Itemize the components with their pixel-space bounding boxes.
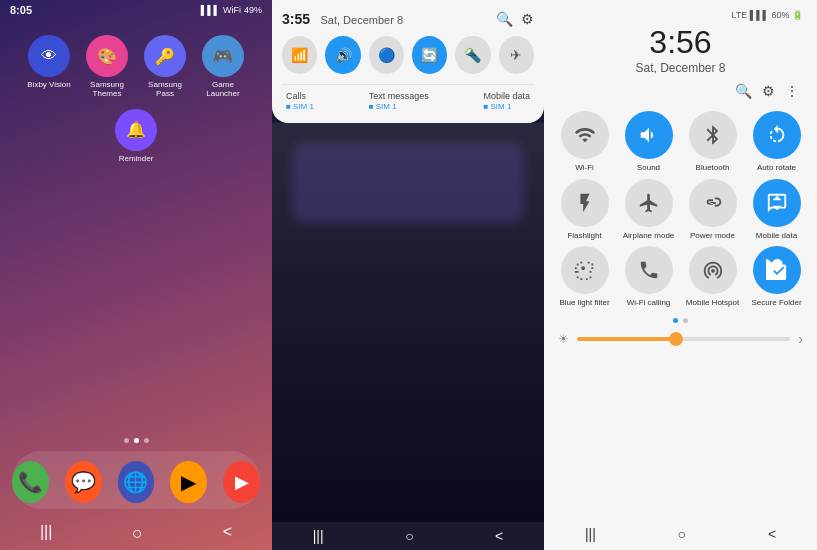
qs-tile-hotspot[interactable]: Mobile Hotspot <box>684 246 742 308</box>
nav-back-icon[interactable]: ||| <box>40 523 52 544</box>
home-time: 8:05 <box>10 4 32 16</box>
notif-nav-home[interactable]: ○ <box>405 528 413 544</box>
qs-airplane-label: Airplane mode <box>623 231 675 241</box>
qs-dot-2 <box>683 318 688 323</box>
home-screen: 8:05 ▌▌▌ WiFi 49% 👁 Bixby Vision 🎨 Samsu… <box>0 0 272 550</box>
notif-header-icons: 🔍 ⚙ <box>496 11 534 27</box>
samsung-themes-label: Samsung Themes <box>83 81 131 99</box>
qs-mobiledata-icon <box>753 179 801 227</box>
qs-tile-wificalling[interactable]: Wi-Fi calling <box>620 246 678 308</box>
notif-nav-recents[interactable]: < <box>495 528 503 544</box>
home-nav-bar: ||| ○ < <box>0 517 272 550</box>
page-dots <box>0 438 272 451</box>
dot-2 <box>134 438 139 443</box>
qs-date: Sat, December 8 <box>558 61 803 75</box>
qt-torch[interactable]: 🔦 <box>455 36 490 74</box>
qs-tile-airplane[interactable]: Airplane mode <box>620 179 678 241</box>
qt-bluetooth[interactable]: 🔵 <box>369 36 404 74</box>
dock-play[interactable]: ▶ <box>170 461 207 503</box>
qs-flashlight-icon <box>561 179 609 227</box>
brightness-control: ☀ › <box>544 327 817 351</box>
qs-settings-icon[interactable]: ⚙ <box>762 83 775 99</box>
qs-hotspot-label: Mobile Hotspot <box>686 298 739 308</box>
qs-more-icon[interactable]: ⋮ <box>785 83 799 99</box>
app-reminder[interactable]: 🔔 Reminder <box>112 109 160 164</box>
qs-search-icon[interactable]: 🔍 <box>735 83 752 99</box>
dock-messages[interactable]: 💬 <box>65 461 102 503</box>
sim-texts-sim: ■ SIM 1 <box>369 102 397 111</box>
wifi-status-icon: WiFi <box>223 5 241 15</box>
qs-bluelight-icon <box>561 246 609 294</box>
nav-home-icon[interactable]: ○ <box>132 523 143 544</box>
qt-wifi[interactable]: 📶 <box>282 36 317 74</box>
brightness-thumb[interactable] <box>669 332 683 346</box>
qs-securefolder-icon <box>753 246 801 294</box>
qs-hotspot-icon <box>689 246 737 294</box>
notif-date: Sat, December 8 <box>320 14 403 26</box>
qs-tile-wifi[interactable]: Wi-Fi <box>556 111 614 173</box>
samsung-pass-icon: 🔑 <box>144 35 186 77</box>
qs-bluetooth-label: Bluetooth <box>696 163 730 173</box>
qs-nav-recents[interactable]: < <box>768 526 776 542</box>
qs-tile-bluelight[interactable]: Blue light filter <box>556 246 614 308</box>
qs-tile-power[interactable]: Power mode <box>684 179 742 241</box>
qs-sound-label: Sound <box>637 163 660 173</box>
dock: 📞 💬 🌐 ▶ ▶ <box>12 451 260 509</box>
samsung-themes-icon: 🎨 <box>86 35 128 77</box>
qs-tile-flashlight[interactable]: Flashlight <box>556 179 614 241</box>
messages-icon: 💬 <box>71 470 96 494</box>
home-status-bar: 8:05 ▌▌▌ WiFi 49% <box>0 0 272 20</box>
qs-header: LTE ▌▌▌ 60% 🔋 3:56 Sat, December 8 🔍 ⚙ ⋮ <box>544 0 817 105</box>
qs-tile-sound[interactable]: Sound <box>620 111 678 173</box>
bixby-vision-label: Bixby Vision <box>27 81 70 90</box>
battery-icon: 49% <box>244 5 262 15</box>
dock-phone[interactable]: 📞 <box>12 461 49 503</box>
qs-bluetooth-icon <box>689 111 737 159</box>
qs-wifi-icon <box>561 111 609 159</box>
sim-data: Mobile data■ SIM 1 <box>483 91 530 111</box>
nav-recents-icon[interactable]: < <box>223 523 232 544</box>
qs-time: 3:56 <box>558 24 803 61</box>
brightness-slider[interactable] <box>577 337 790 341</box>
samsung-icon: 🌐 <box>123 470 148 494</box>
qs-airplane-icon <box>625 179 673 227</box>
qs-nav-back[interactable]: ||| <box>585 526 596 542</box>
qt-sound[interactable]: 🔊 <box>325 36 360 74</box>
notif-time: 3:55 <box>282 11 310 27</box>
qs-nav-home[interactable]: ○ <box>678 526 686 542</box>
app-bixby-vision[interactable]: 👁 Bixby Vision <box>25 35 73 99</box>
dock-samsung[interactable]: 🌐 <box>118 461 155 503</box>
notif-search-icon[interactable]: 🔍 <box>496 11 513 27</box>
qs-tile-mobiledata[interactable]: Mobile data <box>748 179 806 241</box>
sim-calls: Calls■ SIM 1 <box>286 91 314 111</box>
qs-tiles-grid: Wi-Fi Sound Bluetooth Auto rotate Flas <box>544 105 817 314</box>
notif-settings-icon[interactable]: ⚙ <box>521 11 534 27</box>
qs-tile-securefolder[interactable]: Secure Folder <box>748 246 806 308</box>
dock-youtube[interactable]: ▶ <box>223 461 260 503</box>
reminder-label: Reminder <box>119 155 154 164</box>
wifi-quick-icon: 📶 <box>291 47 308 63</box>
qs-power-label: Power mode <box>690 231 735 241</box>
sim-texts: Text messages■ SIM 1 <box>369 91 429 111</box>
notif-nav-back[interactable]: ||| <box>313 528 324 544</box>
notification-shade: 3:55 Sat, December 8 🔍 ⚙ 📶 🔊 🔵 🔄 🔦 <box>272 0 544 550</box>
qs-wifi-label: Wi-Fi <box>575 163 594 173</box>
airplane-quick-icon: ✈ <box>510 47 522 63</box>
brightness-low-icon: ☀ <box>558 332 569 346</box>
brightness-expand-icon[interactable]: › <box>798 331 803 347</box>
qt-sync[interactable]: 🔄 <box>412 36 447 74</box>
qs-autorotate-icon <box>753 111 801 159</box>
qs-securefolder-label: Secure Folder <box>751 298 801 308</box>
sound-quick-icon: 🔊 <box>335 47 352 63</box>
qs-wificalling-label: Wi-Fi calling <box>627 298 671 308</box>
app-samsung-pass[interactable]: 🔑 Samsung Pass <box>141 35 189 99</box>
qt-airplane[interactable]: ✈ <box>499 36 534 74</box>
signal-icon: ▌▌▌ <box>201 5 220 15</box>
qs-tile-autorotate[interactable]: Auto rotate <box>748 111 806 173</box>
home-status-icons: ▌▌▌ WiFi 49% <box>201 5 262 15</box>
app-game-launcher[interactable]: 🎮 Game Launcher <box>199 35 247 99</box>
qs-mobiledata-label: Mobile data <box>756 231 797 241</box>
app-samsung-themes[interactable]: 🎨 Samsung Themes <box>83 35 131 99</box>
qs-tile-bluetooth[interactable]: Bluetooth <box>684 111 742 173</box>
game-launcher-label: Game Launcher <box>199 81 247 99</box>
